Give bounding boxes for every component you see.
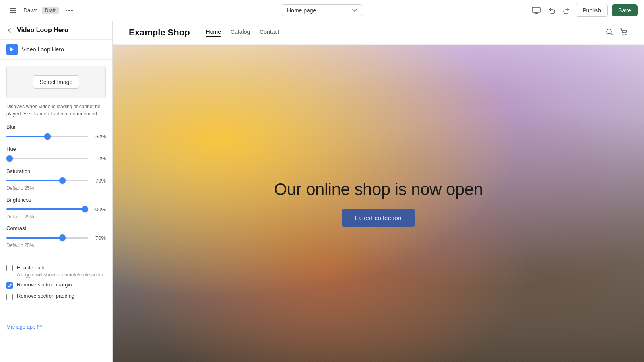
remove-padding-checkbox[interactable] (6, 294, 13, 300)
brightness-slider-row: 100% (6, 205, 106, 213)
hue-label: Hue (6, 146, 106, 152)
svg-point-8 (607, 29, 611, 34)
section-icon (6, 44, 18, 55)
contrast-slider-container (6, 234, 88, 242)
controls-area: Select Image Displays when video is load… (0, 60, 112, 321)
svg-point-9 (623, 34, 624, 35)
blur-slider[interactable] (6, 136, 88, 137)
shop-logo: Example Shop (129, 27, 190, 38)
more-options-icon[interactable] (63, 4, 76, 17)
svg-point-10 (625, 34, 627, 35)
hue-control: Hue 0% (6, 146, 106, 162)
svg-point-5 (71, 10, 73, 11)
enable-audio-content: Enable audio A toggle will show to unmut… (17, 264, 104, 278)
contrast-slider[interactable] (6, 237, 88, 239)
topbar-center: Home page (219, 4, 426, 16)
image-helper-text: Displays when video is loading or cannot… (6, 103, 106, 117)
remove-margin-checkbox[interactable] (6, 282, 13, 289)
main-layout: Video Loop Hero Video Loop Hero Select I… (0, 21, 644, 362)
preview-frame: Example Shop Home Catalog Contact (113, 21, 644, 362)
shop-nav-icons (605, 28, 628, 38)
hue-slider-row: 0% (6, 154, 106, 162)
enable-audio-checkbox[interactable] (6, 265, 13, 271)
svg-marker-7 (10, 47, 14, 51)
remove-margin-row: Remove section margin (6, 282, 106, 289)
saturation-slider-container (6, 177, 88, 185)
theme-name: Dawn (23, 7, 38, 14)
chevron-down-icon (352, 9, 357, 12)
contrast-label: Contrast (6, 225, 106, 231)
sidebar: Video Loop Hero Video Loop Hero Select I… (0, 21, 113, 362)
draft-badge: Draft (42, 7, 59, 14)
blur-value: 50% (91, 134, 106, 140)
topbar: Dawn Draft Home page (0, 0, 644, 21)
hero-section: Our online shop is now open Latest colle… (113, 45, 644, 362)
hero-content: Our online shop is now open Latest colle… (274, 180, 483, 227)
shop-nav: Example Shop Home Catalog Contact (113, 21, 644, 45)
topbar-right: Publish Save (430, 4, 638, 17)
blur-label: Blur (6, 124, 106, 130)
section-item-label: Video Loop Hero (22, 46, 64, 53)
page-selector-value: Home page (287, 7, 316, 14)
brightness-default: Default: 25% (6, 214, 106, 220)
brightness-control: Brightness 100% Default: 25% (6, 197, 106, 220)
hero-title: Our online shop is now open (274, 180, 483, 199)
shop-nav-links: Home Catalog Contact (206, 29, 605, 37)
enable-audio-row: Enable audio A toggle will show to unmut… (6, 264, 106, 278)
monitor-icon[interactable] (530, 4, 543, 17)
publish-button[interactable]: Publish (576, 4, 608, 17)
saturation-default: Default: 25% (6, 185, 106, 191)
search-icon[interactable] (605, 28, 613, 38)
redo-button[interactable] (561, 5, 572, 16)
contrast-default: Default: 25% (6, 243, 106, 248)
svg-rect-1 (10, 10, 16, 11)
select-image-button[interactable]: Select Image (33, 75, 80, 89)
svg-rect-0 (10, 8, 16, 9)
hue-slider[interactable] (6, 158, 88, 159)
manage-app-link[interactable]: Manage app (0, 321, 112, 333)
brightness-label: Brightness (6, 197, 106, 203)
back-button[interactable] (6, 27, 13, 33)
cart-icon[interactable] (620, 28, 628, 38)
sidebar-toggle-icon[interactable] (6, 4, 19, 17)
remove-margin-label[interactable]: Remove section margin (17, 282, 72, 288)
divider-2 (6, 309, 106, 309)
blur-slider-row: 50% (6, 132, 106, 140)
saturation-slider[interactable] (6, 180, 88, 181)
enable-audio-sublabel: A toggle will show to unmute/mute audio. (17, 272, 104, 278)
brightness-slider[interactable] (6, 208, 88, 210)
saturation-label: Saturation (6, 168, 106, 174)
blur-control: Blur 50% (6, 124, 106, 140)
nav-link-home[interactable]: Home (206, 29, 221, 37)
remove-padding-label[interactable]: Remove section padding (17, 293, 74, 299)
blur-slider-container (6, 132, 88, 140)
topbar-left: Dawn Draft (6, 4, 214, 17)
brightness-value: 100% (91, 206, 106, 212)
svg-rect-6 (532, 7, 540, 12)
enable-audio-label[interactable]: Enable audio (17, 265, 47, 271)
section-item[interactable]: Video Loop Hero (0, 40, 112, 60)
contrast-value: 70% (91, 235, 106, 241)
hue-value: 0% (91, 156, 106, 162)
svg-point-4 (68, 10, 70, 11)
saturation-value: 70% (91, 178, 106, 184)
brightness-slider-container (6, 205, 88, 213)
external-link-icon (37, 325, 42, 329)
nav-link-contact[interactable]: Contact (260, 29, 279, 37)
nav-link-catalog[interactable]: Catalog (231, 29, 250, 37)
contrast-slider-row: 70% (6, 234, 106, 242)
svg-point-3 (66, 10, 67, 11)
sidebar-header: Video Loop Hero (0, 21, 112, 40)
remove-padding-row: Remove section padding (6, 293, 106, 300)
manage-app-label: Manage app (6, 324, 35, 330)
image-placeholder: Select Image (6, 66, 106, 98)
divider-1 (6, 259, 106, 259)
undo-button[interactable] (547, 5, 557, 16)
save-button[interactable]: Save (612, 4, 638, 16)
svg-rect-2 (10, 12, 16, 13)
hue-slider-container (6, 154, 88, 162)
saturation-control: Saturation 70% Default: 25% (6, 168, 106, 191)
hero-cta-button[interactable]: Latest collection (342, 209, 415, 227)
contrast-control: Contrast 70% Default: 25% (6, 225, 106, 248)
page-selector[interactable]: Home page (282, 4, 362, 16)
